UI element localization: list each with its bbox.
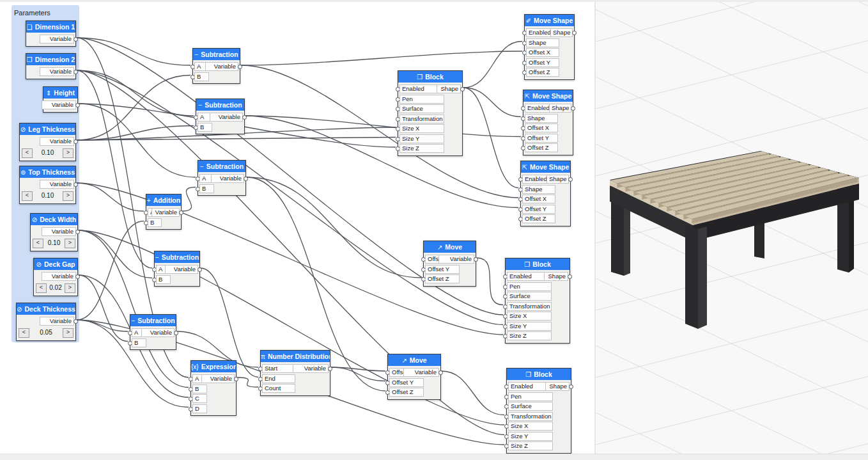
output-port-variable[interactable] <box>242 115 247 120</box>
output-shape[interactable]: Shape <box>437 84 461 93</box>
input-size-x[interactable]: Size X <box>508 422 553 431</box>
node-top-thickness-p5[interactable]: ⊚Top ThicknessVariable<0.10> <box>19 166 76 204</box>
input-count[interactable]: Count <box>262 384 295 393</box>
output-variable[interactable]: Variable <box>201 374 235 383</box>
node-canvas[interactable]: Parameters ❑Dimension 1Variable❒Dimensio… <box>0 0 593 460</box>
output-port-variable[interactable] <box>244 177 248 181</box>
output-variable[interactable]: Variable <box>165 265 198 274</box>
increment-button[interactable]: > <box>65 239 75 248</box>
node-subtraction-s2[interactable]: −SubtractionAVariableB <box>196 99 245 134</box>
output-variable[interactable]: Variable <box>40 35 74 44</box>
node-height-p3[interactable]: ⇕HeightVariable <box>43 86 78 113</box>
output-port-shape[interactable] <box>569 385 573 389</box>
output-port-variable[interactable] <box>474 257 478 262</box>
output-variable[interactable]: Variable <box>293 364 329 373</box>
output-port-variable[interactable] <box>75 274 80 279</box>
output-variable[interactable]: Variable <box>438 255 474 264</box>
output-port-variable[interactable] <box>74 37 78 42</box>
output-port-variable[interactable] <box>75 103 80 107</box>
node-leg-thickness-p4[interactable]: ⊘Leg ThicknessVariable<0.10> <box>19 123 76 161</box>
node-move-m2[interactable]: ↗MoveOffset XVariableOffset YOffset Z <box>387 354 441 400</box>
input-size-z[interactable]: Size Z <box>399 144 444 153</box>
output-shape[interactable]: Shape <box>544 272 568 281</box>
input-offset-y[interactable]: Offset Y <box>526 58 559 67</box>
input-offset-z[interactable]: Offset Z <box>525 143 558 152</box>
input-shape[interactable]: Shape <box>525 114 558 123</box>
output-port-variable[interactable] <box>438 370 443 375</box>
input-size-x[interactable]: Size X <box>399 124 444 133</box>
output-port-variable[interactable] <box>238 65 242 69</box>
output-port-variable[interactable] <box>198 267 202 272</box>
output-port-variable[interactable] <box>179 210 183 215</box>
input-offset-y[interactable]: Offset Y <box>425 265 460 274</box>
output-variable[interactable]: Variable <box>210 113 243 122</box>
node-subtraction-s1[interactable]: −SubtractionAVariableB <box>192 48 240 84</box>
output-port-shape[interactable] <box>571 106 575 111</box>
node-number-distribution-n1[interactable]: πNumber DistributionStartVariableEndCoun… <box>260 350 330 396</box>
output-shape[interactable]: Shape <box>549 104 571 113</box>
node-expression-e1[interactable]: {x}ExpressionAVariableBCD <box>190 360 236 416</box>
input-shape[interactable]: Shape <box>526 38 559 47</box>
input-d[interactable]: D <box>192 404 207 413</box>
input-c[interactable]: C <box>192 394 207 403</box>
input-offset-x[interactable]: Offset X <box>525 123 558 132</box>
input-offset-z[interactable]: Offset Z <box>526 68 559 77</box>
output-port-shape[interactable] <box>568 177 573 182</box>
input-size-y[interactable]: Size Y <box>399 134 444 143</box>
input-offset-z[interactable]: Offset Z <box>389 388 424 397</box>
input-offset-z[interactable]: Offset Z <box>522 214 555 223</box>
output-port-variable[interactable] <box>74 70 78 74</box>
input-transformation[interactable]: Transformation <box>508 412 553 421</box>
node-deck-gap-p7[interactable]: ⊘Deck GapVariable<0.02> <box>33 258 78 296</box>
increment-button[interactable]: > <box>65 283 75 293</box>
increment-button[interactable]: > <box>63 191 74 201</box>
node-move-shape-ms3[interactable]: ⇱Move ShapeEnabledShapeShapeOffset XOffs… <box>520 161 571 226</box>
input-size-y[interactable]: Size Y <box>508 432 553 441</box>
input-b[interactable]: B <box>148 218 162 227</box>
output-variable[interactable]: Variable <box>205 62 238 71</box>
node-block-b1[interactable]: ❐BlockEnabledShapePenSurfaceTransformati… <box>398 70 463 156</box>
input-size-y[interactable]: Size Y <box>507 322 552 331</box>
node-subtraction-s5[interactable]: −SubtractionAVariableB <box>130 314 176 350</box>
input-b[interactable]: B <box>132 338 146 347</box>
node-deck-thickness-p8[interactable]: ⊘Deck ThicknessVariable<0.05> <box>16 303 76 341</box>
input-pen[interactable]: Pen <box>399 95 444 104</box>
input-offset-z[interactable]: Offset Z <box>425 274 460 283</box>
output-variable[interactable]: Variable <box>42 100 76 109</box>
output-variable[interactable]: Variable <box>42 227 76 236</box>
input-transformation[interactable]: Transformation <box>507 302 552 311</box>
input-surface[interactable]: Surface <box>507 292 552 301</box>
input-size-z[interactable]: Size Z <box>507 331 552 340</box>
input-b[interactable]: B <box>198 123 212 132</box>
input-offset-y[interactable]: Offset Y <box>389 378 424 387</box>
input-b[interactable]: B <box>194 72 209 81</box>
output-port-shape[interactable] <box>568 274 572 279</box>
node-dimension-1-p1[interactable]: ❑Dimension 1Variable <box>26 20 76 47</box>
output-variable[interactable]: Variable <box>40 317 74 326</box>
input-transformation[interactable]: Transformation <box>399 115 444 123</box>
input-end[interactable]: End <box>262 374 295 383</box>
input-offset-x[interactable]: Offset X <box>526 48 559 57</box>
input-shape[interactable]: Shape <box>522 185 555 194</box>
increment-button[interactable]: > <box>63 148 74 158</box>
node-block-b2[interactable]: ❐BlockEnabledShapePenSurfaceTransformati… <box>505 258 570 344</box>
output-port-variable[interactable] <box>74 319 78 324</box>
viewport-3d[interactable] <box>594 0 868 460</box>
input-b[interactable]: B <box>192 385 207 393</box>
output-port-variable[interactable] <box>234 377 238 381</box>
output-port-variable[interactable] <box>174 331 178 335</box>
input-pen[interactable]: Pen <box>507 282 552 291</box>
output-variable[interactable]: Variable <box>40 137 74 146</box>
output-variable[interactable]: Variable <box>42 272 76 281</box>
bottom-scroll-strip[interactable] <box>0 454 868 460</box>
node-dimension-2-p2[interactable]: ❒Dimension 2Variable <box>26 53 76 79</box>
output-variable[interactable]: Variable <box>141 328 174 337</box>
output-variable[interactable]: Variable <box>151 208 180 217</box>
output-port-variable[interactable] <box>75 230 80 234</box>
input-b[interactable]: B <box>199 184 214 193</box>
increment-button[interactable]: > <box>63 328 74 338</box>
output-variable[interactable]: Variable <box>40 67 74 76</box>
input-offset-y[interactable]: Offset Y <box>522 205 555 214</box>
output-variable[interactable]: Variable <box>40 180 74 189</box>
node-block-b3[interactable]: ❐BlockEnabledShapePenSurfaceTransformati… <box>506 368 571 454</box>
